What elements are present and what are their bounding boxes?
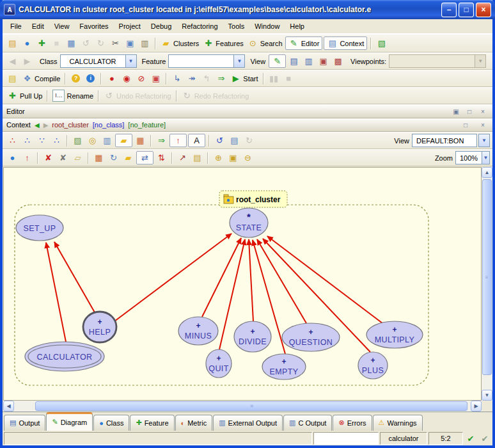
rename-button[interactable]: I…Rename	[51, 89, 95, 102]
flat-view-button[interactable]: ▤	[287, 55, 301, 67]
minimize-button[interactable]: –	[441, 3, 457, 17]
class-node-question[interactable]: +QUESTION	[282, 323, 340, 351]
maximize-context-icon[interactable]: □	[460, 120, 471, 130]
tab-class[interactable]: ●Class	[93, 415, 129, 431]
legend-button[interactable]: ▦	[134, 134, 147, 147]
fit-horizontal-toggle[interactable]: ⇄	[136, 151, 153, 164]
vertical-scroll-thumb[interactable]: ≡	[482, 179, 492, 375]
tab-output[interactable]: ▤Output	[4, 415, 45, 431]
menu-favorites[interactable]: Favorites	[74, 20, 113, 32]
tab-external-output[interactable]: ▥External Output	[213, 415, 283, 431]
class-relations-button[interactable]: ∴	[6, 134, 19, 147]
context-toggle[interactable]: ▤Context	[324, 36, 367, 50]
editor-toggle[interactable]: ✎Editor	[285, 36, 323, 50]
tab-warnings[interactable]: ⚠Warnings	[373, 415, 423, 431]
menu-refactoring[interactable]: Refactoring	[177, 20, 223, 32]
menu-debug[interactable]: Debug	[146, 20, 177, 32]
editor-view-button[interactable]: ✎	[269, 54, 286, 68]
class-node-help[interactable]: +HELP	[83, 312, 116, 342]
enable-breakpoints-button[interactable]: ●	[105, 72, 118, 84]
disable-breakpoints-button[interactable]: ◉	[120, 72, 133, 84]
horizontal-scroll-thumb[interactable]: ≡	[35, 401, 468, 411]
step-over-button[interactable]: ↠	[185, 72, 198, 84]
class-node-divide[interactable]: +DIVIDE	[234, 321, 271, 352]
class-node-plus[interactable]: +PLUS	[358, 352, 388, 379]
open-system-button[interactable]: ●	[20, 37, 34, 49]
feature-combo[interactable]: ▼	[168, 54, 245, 68]
step-into-button[interactable]: ↳	[170, 72, 184, 84]
link-tool-button[interactable]: ↗	[176, 152, 189, 164]
erase-button[interactable]: ▱	[71, 152, 84, 164]
titlebar[interactable]: A CALCULATOR in cluster root_cluster loc…	[0, 0, 495, 19]
clusters-button[interactable]: ▰Clusters	[159, 37, 200, 49]
context-cluster[interactable]: root_cluster	[52, 121, 88, 129]
export-png-button[interactable]: ▨	[71, 134, 84, 147]
class-node-minus[interactable]: +MINUS	[178, 317, 218, 345]
breakpoints-window-button[interactable]: ▣	[149, 72, 162, 84]
class-node-state[interactable]: *STATE	[230, 208, 268, 237]
cluster-relations-button[interactable]: ∴	[20, 134, 34, 147]
maximize-pane-icon[interactable]: □	[464, 106, 475, 116]
delete-button[interactable]: ✘	[42, 152, 55, 164]
colors-button[interactable]: ▦	[92, 152, 106, 164]
menu-view[interactable]: View	[49, 20, 75, 32]
new-link-button[interactable]: ↑	[20, 152, 34, 164]
add-project-button[interactable]: ✚	[35, 37, 49, 49]
zoom-combo[interactable]: 100% ▼	[455, 151, 490, 164]
scroll-left-icon[interactable]: ◀	[3, 401, 14, 412]
diagram-view-combo-button[interactable]: ▼	[478, 134, 490, 147]
save-all-button[interactable]: ▦	[65, 37, 78, 49]
features-button[interactable]: ✚Features	[201, 37, 244, 49]
export-web-button[interactable]: ◎	[86, 134, 99, 147]
copy-button[interactable]: ▣	[123, 37, 137, 49]
class-node-empty[interactable]: +EMPTY	[262, 354, 306, 380]
class-node-multiply[interactable]: +MULTIPLY	[366, 321, 423, 348]
close-context-icon[interactable]: ×	[477, 120, 489, 130]
cut-button[interactable]: ✂	[109, 37, 122, 49]
maximize-button[interactable]: □	[459, 3, 474, 17]
tab-c-output[interactable]: ▥C Output	[283, 415, 332, 431]
diagram-undo-button[interactable]: ↺	[213, 134, 226, 147]
diagram-history-button[interactable]: ▤	[228, 134, 241, 147]
context-back-icon[interactable]: ◀	[35, 122, 40, 129]
menu-project[interactable]: Project	[114, 20, 146, 32]
clickable-view-button[interactable]: ▥	[302, 55, 315, 67]
run-no-stop-button[interactable]: ⇒	[214, 72, 228, 84]
menu-file[interactable]: File	[5, 20, 27, 32]
client-links-button[interactable]: ∴	[50, 134, 63, 147]
tab-diagram[interactable]: ✎Diagram	[46, 412, 93, 431]
paste-button[interactable]: ▥	[138, 37, 152, 49]
tab-metric[interactable]: ◐Metric	[175, 415, 213, 431]
bon-diagram[interactable]: root_clusterSET_UP*STATE+HELPCALCULATOR+…	[4, 168, 480, 401]
new-class-button[interactable]: ●	[6, 152, 19, 164]
scroll-right-icon[interactable]: ▶	[471, 401, 482, 412]
remove-anchor-button[interactable]: ✘	[56, 152, 70, 164]
horizontal-scrollbar[interactable]: ◀ ≡ ▶	[3, 401, 482, 412]
close-button[interactable]: ×	[476, 3, 491, 17]
class-node-quit[interactable]: +QUIT	[206, 349, 232, 378]
zoom-combo-arrow[interactable]: ▼	[482, 152, 489, 164]
profile-link-button[interactable]: ▧	[375, 37, 388, 49]
interface-view-button[interactable]: ▩	[331, 55, 345, 67]
zoom-in-button[interactable]: ⊕	[212, 152, 225, 164]
tab-feature[interactable]: ✚Feature	[130, 415, 174, 431]
menu-window[interactable]: Window	[249, 20, 285, 32]
zoom-out-button[interactable]: ⊖	[241, 152, 255, 164]
diagram-view-combo[interactable]: DEFAULT:BON	[412, 134, 477, 147]
class-combo-arrow[interactable]: ▼	[125, 55, 136, 67]
cluster-view-toggle[interactable]: ▰	[115, 134, 132, 147]
project-settings-button[interactable]: ▤	[6, 72, 19, 84]
vertical-layout-button[interactable]: ⇅	[155, 152, 168, 164]
menu-edit[interactable]: Edit	[27, 20, 49, 32]
cluster-label[interactable]: root_cluster	[219, 191, 287, 207]
scroll-up-icon[interactable]: ▲	[482, 167, 492, 178]
class-node-calculator[interactable]: CALCULATOR	[25, 342, 104, 371]
reload-cluster-button[interactable]: ▰	[122, 152, 135, 164]
zoom-fit-button[interactable]: ▣	[226, 152, 240, 164]
help-question-button[interactable]: ?	[69, 72, 82, 84]
undock-icon[interactable]: ▣	[450, 106, 462, 116]
tab-errors[interactable]: ⊗Errors	[333, 415, 372, 431]
menu-tools[interactable]: Tools	[223, 20, 250, 32]
pull-up-button[interactable]: ✚Pull Up	[6, 90, 43, 102]
diagram-canvas[interactable]: root_clusterSET_UP*STATE+HELPCALCULATOR+…	[3, 167, 482, 401]
